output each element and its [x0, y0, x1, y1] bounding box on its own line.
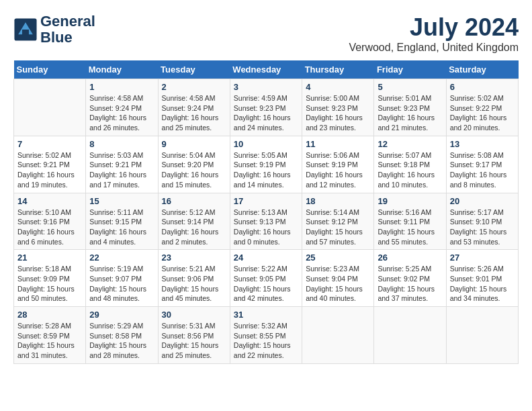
month-year: July 2024 — [349, 13, 519, 42]
calendar-cell: 13Sunrise: 5:08 AM Sunset: 9:17 PM Dayli… — [446, 136, 518, 193]
day-info: Sunrise: 5:10 AM Sunset: 9:16 PM Dayligh… — [17, 208, 82, 247]
day-number: 5 — [378, 82, 442, 92]
location: Verwood, England, United Kingdom — [349, 42, 519, 54]
day-of-week-header: Friday — [374, 60, 446, 79]
calendar-week-row: 7Sunrise: 5:02 AM Sunset: 9:21 PM Daylig… — [14, 136, 519, 193]
svg-rect-2 — [22, 30, 29, 36]
day-number: 19 — [378, 196, 442, 206]
day-number: 12 — [378, 139, 442, 149]
calendar-week-row: 28Sunrise: 5:28 AM Sunset: 8:59 PM Dayli… — [14, 307, 519, 364]
calendar-cell: 24Sunrise: 5:22 AM Sunset: 9:05 PM Dayli… — [230, 250, 302, 307]
day-info: Sunrise: 5:07 AM Sunset: 9:18 PM Dayligh… — [378, 150, 442, 190]
day-info: Sunrise: 5:01 AM Sunset: 9:23 PM Dayligh… — [378, 93, 442, 133]
day-info: Sunrise: 5:16 AM Sunset: 9:11 PM Dayligh… — [378, 208, 442, 247]
day-info: Sunrise: 5:13 AM Sunset: 9:13 PM Dayligh… — [234, 208, 298, 247]
logo-text: General Blue — [40, 13, 95, 46]
day-info: Sunrise: 5:32 AM Sunset: 8:55 PM Dayligh… — [234, 321, 298, 361]
calendar-cell: 21Sunrise: 5:18 AM Sunset: 9:09 PM Dayli… — [14, 250, 86, 307]
calendar-cell — [374, 307, 446, 364]
day-info: Sunrise: 5:31 AM Sunset: 8:56 PM Dayligh… — [162, 321, 226, 361]
day-info: Sunrise: 4:58 AM Sunset: 9:24 PM Dayligh… — [162, 93, 226, 133]
day-info: Sunrise: 5:19 AM Sunset: 9:07 PM Dayligh… — [89, 264, 154, 304]
calendar-body: 1Sunrise: 4:58 AM Sunset: 9:24 PM Daylig… — [14, 79, 519, 364]
day-number: 11 — [306, 139, 370, 149]
calendar-cell: 11Sunrise: 5:06 AM Sunset: 9:19 PM Dayli… — [302, 136, 374, 193]
day-number: 30 — [162, 310, 226, 320]
day-number: 15 — [89, 196, 154, 206]
day-info: Sunrise: 5:14 AM Sunset: 9:12 PM Dayligh… — [306, 208, 370, 247]
day-info: Sunrise: 5:06 AM Sunset: 9:19 PM Dayligh… — [306, 150, 370, 190]
calendar-cell: 20Sunrise: 5:17 AM Sunset: 9:10 PM Dayli… — [446, 193, 518, 250]
calendar-cell: 31Sunrise: 5:32 AM Sunset: 8:55 PM Dayli… — [230, 307, 302, 364]
page-header: General Blue July 2024 Verwood, England,… — [13, 13, 519, 54]
day-info: Sunrise: 4:58 AM Sunset: 9:24 PM Dayligh… — [89, 93, 154, 133]
calendar-cell: 14Sunrise: 5:10 AM Sunset: 9:16 PM Dayli… — [14, 193, 86, 250]
day-info: Sunrise: 4:59 AM Sunset: 9:23 PM Dayligh… — [234, 93, 298, 133]
day-number: 2 — [162, 82, 226, 92]
calendar-week-row: 14Sunrise: 5:10 AM Sunset: 9:16 PM Dayli… — [14, 193, 519, 250]
day-info: Sunrise: 5:02 AM Sunset: 9:22 PM Dayligh… — [450, 93, 515, 133]
day-number: 4 — [306, 82, 370, 92]
day-info: Sunrise: 5:00 AM Sunset: 9:23 PM Dayligh… — [306, 93, 370, 133]
day-info: Sunrise: 5:05 AM Sunset: 9:19 PM Dayligh… — [234, 150, 298, 190]
calendar-table: SundayMondayTuesdayWednesdayThursdayFrid… — [13, 60, 519, 364]
day-info: Sunrise: 5:04 AM Sunset: 9:20 PM Dayligh… — [162, 150, 226, 190]
day-number: 8 — [89, 139, 154, 149]
calendar-cell: 25Sunrise: 5:23 AM Sunset: 9:04 PM Dayli… — [302, 250, 374, 307]
day-number: 14 — [17, 196, 82, 206]
day-number: 7 — [17, 139, 82, 149]
day-number: 23 — [162, 253, 226, 263]
day-info: Sunrise: 5:29 AM Sunset: 8:58 PM Dayligh… — [89, 321, 154, 361]
day-number: 22 — [89, 253, 154, 263]
logo: General Blue — [13, 13, 95, 46]
calendar-cell: 6Sunrise: 5:02 AM Sunset: 9:22 PM Daylig… — [446, 79, 518, 136]
day-number: 1 — [89, 82, 154, 92]
day-number: 31 — [234, 310, 298, 320]
calendar-cell: 1Sunrise: 4:58 AM Sunset: 9:24 PM Daylig… — [86, 79, 158, 136]
day-info: Sunrise: 5:28 AM Sunset: 8:59 PM Dayligh… — [17, 321, 82, 361]
day-number: 24 — [234, 253, 298, 263]
day-of-week-header: Wednesday — [230, 60, 302, 79]
day-number: 21 — [17, 253, 82, 263]
calendar-cell — [302, 307, 374, 364]
day-info: Sunrise: 5:12 AM Sunset: 9:14 PM Dayligh… — [162, 208, 226, 247]
day-of-week-header: Saturday — [446, 60, 518, 79]
calendar-cell — [446, 307, 518, 364]
day-number: 18 — [306, 196, 370, 206]
day-info: Sunrise: 5:03 AM Sunset: 9:21 PM Dayligh… — [89, 150, 154, 190]
calendar-cell: 7Sunrise: 5:02 AM Sunset: 9:21 PM Daylig… — [14, 136, 86, 193]
calendar-cell: 22Sunrise: 5:19 AM Sunset: 9:07 PM Dayli… — [86, 250, 158, 307]
calendar-cell: 3Sunrise: 4:59 AM Sunset: 9:23 PM Daylig… — [230, 79, 302, 136]
calendar-cell: 8Sunrise: 5:03 AM Sunset: 9:21 PM Daylig… — [86, 136, 158, 193]
day-of-week-header: Sunday — [14, 60, 86, 79]
calendar-header: SundayMondayTuesdayWednesdayThursdayFrid… — [14, 60, 519, 79]
day-number: 13 — [450, 139, 515, 149]
calendar-week-row: 21Sunrise: 5:18 AM Sunset: 9:09 PM Dayli… — [14, 250, 519, 307]
day-number: 16 — [162, 196, 226, 206]
calendar-cell: 10Sunrise: 5:05 AM Sunset: 9:19 PM Dayli… — [230, 136, 302, 193]
calendar-cell — [14, 79, 86, 136]
day-of-week-header: Tuesday — [158, 60, 230, 79]
day-info: Sunrise: 5:18 AM Sunset: 9:09 PM Dayligh… — [17, 264, 82, 304]
calendar-cell: 28Sunrise: 5:28 AM Sunset: 8:59 PM Dayli… — [14, 307, 86, 364]
calendar-cell: 2Sunrise: 4:58 AM Sunset: 9:24 PM Daylig… — [158, 79, 230, 136]
day-info: Sunrise: 5:25 AM Sunset: 9:02 PM Dayligh… — [378, 264, 442, 304]
day-number: 17 — [234, 196, 298, 206]
calendar-cell: 16Sunrise: 5:12 AM Sunset: 9:14 PM Dayli… — [158, 193, 230, 250]
calendar-cell: 12Sunrise: 5:07 AM Sunset: 9:18 PM Dayli… — [374, 136, 446, 193]
day-info: Sunrise: 5:17 AM Sunset: 9:10 PM Dayligh… — [450, 208, 515, 247]
logo-icon — [13, 17, 38, 42]
calendar-cell: 5Sunrise: 5:01 AM Sunset: 9:23 PM Daylig… — [374, 79, 446, 136]
calendar-cell: 4Sunrise: 5:00 AM Sunset: 9:23 PM Daylig… — [302, 79, 374, 136]
day-info: Sunrise: 5:08 AM Sunset: 9:17 PM Dayligh… — [450, 150, 515, 190]
calendar-cell: 17Sunrise: 5:13 AM Sunset: 9:13 PM Dayli… — [230, 193, 302, 250]
day-number: 28 — [17, 310, 82, 320]
calendar-cell: 19Sunrise: 5:16 AM Sunset: 9:11 PM Dayli… — [374, 193, 446, 250]
day-info: Sunrise: 5:23 AM Sunset: 9:04 PM Dayligh… — [306, 264, 370, 304]
day-info: Sunrise: 5:22 AM Sunset: 9:05 PM Dayligh… — [234, 264, 298, 304]
day-info: Sunrise: 5:11 AM Sunset: 9:15 PM Dayligh… — [89, 208, 154, 247]
day-number: 20 — [450, 196, 515, 206]
calendar-cell: 29Sunrise: 5:29 AM Sunset: 8:58 PM Dayli… — [86, 307, 158, 364]
day-number: 25 — [306, 253, 370, 263]
title-section: July 2024 Verwood, England, United Kingd… — [349, 13, 519, 54]
